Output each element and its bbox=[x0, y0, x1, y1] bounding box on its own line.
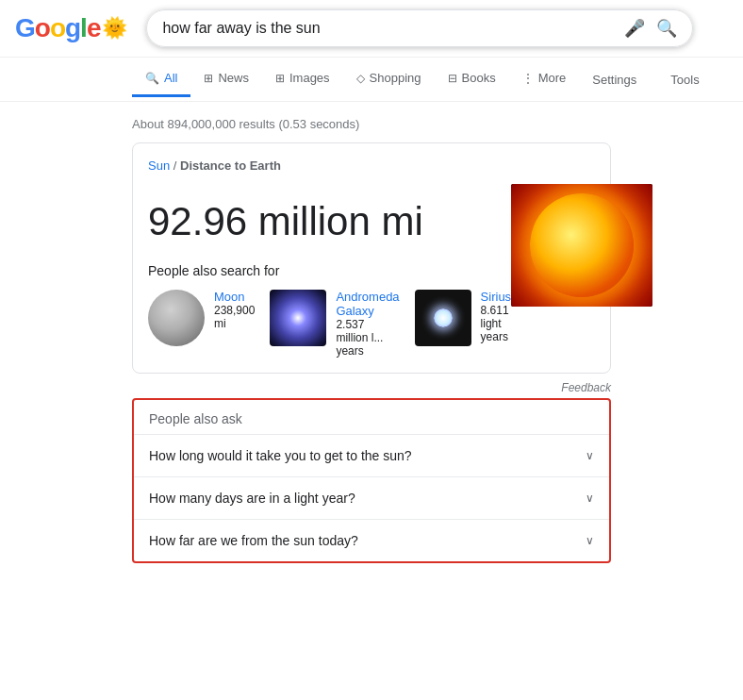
tab-more-label: More bbox=[538, 71, 567, 85]
settings-tab[interactable]: Settings bbox=[579, 63, 650, 96]
more-dots-icon: ⋮ bbox=[522, 72, 534, 85]
people-also-ask-title: People also ask bbox=[134, 400, 609, 434]
sirius-image bbox=[415, 290, 471, 346]
chevron-down-icon-2: ∨ bbox=[586, 492, 594, 505]
tab-all-label: All bbox=[164, 71, 177, 85]
sirius-thumbnail bbox=[415, 290, 471, 346]
sirius-link[interactable]: Sirius bbox=[481, 290, 512, 304]
feedback-row[interactable]: Feedback bbox=[132, 381, 611, 394]
logo-text: Google bbox=[15, 13, 100, 43]
tab-news[interactable]: ⊞ News bbox=[190, 61, 262, 97]
tab-news-label: News bbox=[218, 71, 249, 85]
card-breadcrumb: Sun / Distance to Earth bbox=[148, 158, 595, 173]
ask-item-2[interactable]: How many days are in a light year? ∨ bbox=[134, 476, 609, 519]
google-logo-icon: 🌞 bbox=[102, 16, 127, 41]
andromeda-link[interactable]: AndromedaGalaxy bbox=[336, 290, 399, 318]
breadcrumb-page: Distance to Earth bbox=[180, 158, 281, 173]
card-content: 92.96 million mi People also search for … bbox=[148, 184, 595, 358]
tab-images-label: Images bbox=[289, 71, 330, 85]
andromeda-thumbnail bbox=[270, 290, 326, 346]
search-magnifier-icon[interactable]: 🔍 bbox=[656, 18, 677, 39]
sun-visual bbox=[511, 184, 652, 307]
tab-books[interactable]: ⊟ Books bbox=[435, 61, 509, 97]
images-icon: ⊞ bbox=[275, 72, 285, 85]
news-icon: ⊞ bbox=[204, 72, 213, 85]
ask-question-1: How long would it take you to get to the… bbox=[149, 448, 412, 463]
distance-value: 92.96 million mi bbox=[148, 199, 511, 244]
search-bar: 🎤 🔍 bbox=[146, 9, 693, 47]
breadcrumb-separator: / bbox=[173, 158, 180, 173]
moon-distance: 238,900 mi bbox=[214, 304, 255, 330]
search-items-list: Moon 238,900 mi AndromedaGalaxy 2.537 mi… bbox=[148, 290, 511, 358]
tab-shopping[interactable]: ◇ Shopping bbox=[343, 61, 435, 97]
tools-tab[interactable]: Tools bbox=[657, 63, 712, 96]
search-item-andromeda: AndromedaGalaxy 2.537 million l...years bbox=[270, 290, 399, 358]
knowledge-card: Sun / Distance to Earth 92.96 million mi… bbox=[132, 142, 611, 374]
feedback-label[interactable]: Feedback bbox=[561, 381, 611, 394]
results-area: About 894,000,000 results (0.53 seconds)… bbox=[0, 102, 743, 571]
logo-g2: g bbox=[65, 13, 80, 42]
search-item-moon: Moon 238,900 mi bbox=[148, 290, 255, 358]
books-icon: ⊟ bbox=[448, 72, 457, 85]
sun-image-container bbox=[511, 184, 652, 307]
logo-l: l bbox=[80, 13, 87, 42]
logo-o2: o bbox=[50, 13, 65, 42]
tools-label: Tools bbox=[670, 73, 699, 87]
moon-info: Moon 238,900 mi bbox=[214, 290, 255, 330]
ask-item-1[interactable]: How long would it take you to get to the… bbox=[134, 434, 609, 476]
sirius-info: Sirius 8.611 lightyears bbox=[481, 290, 512, 343]
card-main: 92.96 million mi People also search for … bbox=[148, 184, 511, 358]
logo-o1: o bbox=[35, 13, 50, 42]
all-icon: 🔍 bbox=[145, 72, 159, 85]
nav-tabs: 🔍 All ⊞ News ⊞ Images ◇ Shopping ⊟ Books… bbox=[0, 58, 743, 102]
tab-more[interactable]: ⋮ More bbox=[509, 61, 580, 97]
ask-item-3[interactable]: How far are we from the sun today? ∨ bbox=[134, 519, 609, 561]
andromeda-image bbox=[270, 290, 326, 346]
logo-g: G bbox=[15, 13, 35, 42]
nav-right-links: Settings Tools bbox=[579, 63, 712, 96]
moon-thumbnail bbox=[148, 290, 205, 346]
search-item-sirius: Sirius 8.611 lightyears bbox=[415, 290, 512, 358]
moon-link[interactable]: Moon bbox=[214, 290, 255, 304]
search-icons: 🎤 🔍 bbox=[624, 18, 677, 39]
andromeda-distance: 2.537 million l...years bbox=[336, 318, 383, 358]
tab-shopping-label: Shopping bbox=[370, 71, 421, 85]
andromeda-info: AndromedaGalaxy 2.537 million l...years bbox=[336, 290, 399, 358]
people-also-search-section: People also search for Moon 238,900 mi bbox=[148, 263, 511, 358]
people-also-search-title: People also search for bbox=[148, 263, 511, 278]
moon-image bbox=[148, 290, 205, 346]
microphone-icon[interactable]: 🎤 bbox=[624, 18, 645, 39]
tab-all[interactable]: 🔍 All bbox=[132, 61, 190, 97]
search-input[interactable] bbox=[162, 20, 624, 37]
breadcrumb-sun-link[interactable]: Sun bbox=[148, 158, 170, 173]
tab-images[interactable]: ⊞ Images bbox=[262, 61, 343, 97]
logo-e: e bbox=[87, 13, 101, 42]
ask-question-2: How many days are in a light year? bbox=[149, 491, 355, 506]
settings-label: Settings bbox=[592, 73, 636, 87]
sun-sphere bbox=[530, 193, 634, 297]
shopping-icon: ◇ bbox=[356, 72, 365, 85]
tab-books-label: Books bbox=[462, 71, 496, 85]
chevron-down-icon-3: ∨ bbox=[586, 534, 594, 547]
chevron-down-icon-1: ∨ bbox=[586, 449, 594, 462]
results-count: About 894,000,000 results (0.53 seconds) bbox=[132, 109, 611, 142]
sirius-star bbox=[434, 308, 453, 327]
sirius-distance: 8.611 lightyears bbox=[481, 304, 509, 343]
ask-question-3: How far are we from the sun today? bbox=[149, 533, 358, 548]
people-also-ask-box: People also ask How long would it take y… bbox=[132, 398, 611, 563]
header: Google 🌞 🎤 🔍 bbox=[0, 0, 743, 58]
logo: Google 🌞 bbox=[15, 13, 127, 43]
